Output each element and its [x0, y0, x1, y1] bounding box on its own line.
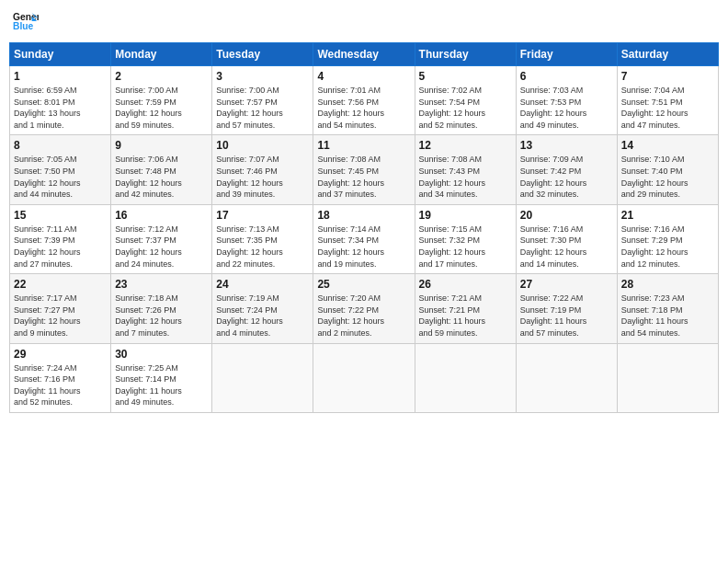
- day-number: 12: [419, 139, 512, 152]
- day-info: Sunrise: 7:17 AM Sunset: 7:27 PM Dayligh…: [14, 293, 107, 339]
- day-number: 17: [216, 209, 309, 222]
- day-info: Sunrise: 7:02 AM Sunset: 7:54 PM Dayligh…: [419, 85, 512, 131]
- day-cell: 18Sunrise: 7:14 AM Sunset: 7:34 PM Dayli…: [313, 204, 415, 273]
- day-info: Sunrise: 7:16 AM Sunset: 7:29 PM Dayligh…: [621, 224, 714, 270]
- day-info: Sunrise: 7:00 AM Sunset: 7:57 PM Dayligh…: [216, 85, 309, 131]
- day-info: Sunrise: 7:00 AM Sunset: 7:59 PM Dayligh…: [115, 85, 208, 131]
- day-number: 5: [419, 70, 512, 83]
- day-cell: 6Sunrise: 7:03 AM Sunset: 7:53 PM Daylig…: [516, 66, 617, 135]
- header-day-tuesday: Tuesday: [212, 43, 313, 66]
- day-info: Sunrise: 7:05 AM Sunset: 7:50 PM Dayligh…: [14, 154, 107, 200]
- day-cell: 27Sunrise: 7:22 AM Sunset: 7:19 PM Dayli…: [516, 274, 617, 343]
- day-number: 10: [216, 139, 309, 152]
- day-number: 11: [317, 139, 410, 152]
- day-info: Sunrise: 7:08 AM Sunset: 7:43 PM Dayligh…: [419, 154, 512, 200]
- logo: General Blue: [13, 9, 39, 35]
- day-cell: 25Sunrise: 7:20 AM Sunset: 7:22 PM Dayli…: [313, 274, 415, 343]
- day-number: 1: [14, 70, 107, 83]
- day-info: Sunrise: 7:16 AM Sunset: 7:30 PM Dayligh…: [520, 224, 613, 270]
- day-cell: 29Sunrise: 7:24 AM Sunset: 7:16 PM Dayli…: [10, 343, 111, 412]
- day-number: 30: [115, 348, 208, 361]
- week-row-2: 8Sunrise: 7:05 AM Sunset: 7:50 PM Daylig…: [10, 135, 719, 204]
- day-info: Sunrise: 6:59 AM Sunset: 8:01 PM Dayligh…: [14, 85, 107, 131]
- day-cell: [617, 343, 718, 412]
- day-number: 20: [520, 209, 613, 222]
- header-row: SundayMondayTuesdayWednesdayThursdayFrid…: [10, 43, 719, 66]
- day-info: Sunrise: 7:11 AM Sunset: 7:39 PM Dayligh…: [14, 224, 107, 270]
- day-number: 2: [115, 70, 208, 83]
- day-info: Sunrise: 7:01 AM Sunset: 7:56 PM Dayligh…: [317, 85, 410, 131]
- day-info: Sunrise: 7:06 AM Sunset: 7:48 PM Dayligh…: [115, 154, 208, 200]
- week-row-4: 22Sunrise: 7:17 AM Sunset: 7:27 PM Dayli…: [10, 274, 719, 343]
- day-number: 26: [419, 278, 512, 291]
- day-info: Sunrise: 7:07 AM Sunset: 7:46 PM Dayligh…: [216, 154, 309, 200]
- day-number: 15: [14, 209, 107, 222]
- day-info: Sunrise: 7:13 AM Sunset: 7:35 PM Dayligh…: [216, 224, 309, 270]
- day-info: Sunrise: 7:25 AM Sunset: 7:14 PM Dayligh…: [115, 362, 208, 408]
- svg-text:Blue: Blue: [13, 21, 34, 31]
- day-info: Sunrise: 7:03 AM Sunset: 7:53 PM Dayligh…: [520, 85, 613, 131]
- day-cell: 23Sunrise: 7:18 AM Sunset: 7:26 PM Dayli…: [111, 274, 212, 343]
- day-number: 21: [621, 209, 714, 222]
- day-number: 22: [14, 278, 107, 291]
- day-number: 19: [419, 209, 512, 222]
- day-cell: 26Sunrise: 7:21 AM Sunset: 7:21 PM Dayli…: [415, 274, 516, 343]
- header-day-friday: Friday: [516, 43, 617, 66]
- header-day-wednesday: Wednesday: [313, 43, 415, 66]
- day-info: Sunrise: 7:18 AM Sunset: 7:26 PM Dayligh…: [115, 293, 208, 339]
- day-info: Sunrise: 7:12 AM Sunset: 7:37 PM Dayligh…: [115, 224, 208, 270]
- day-cell: 14Sunrise: 7:10 AM Sunset: 7:40 PM Dayli…: [617, 135, 718, 204]
- week-row-3: 15Sunrise: 7:11 AM Sunset: 7:39 PM Dayli…: [10, 204, 719, 273]
- day-cell: 3Sunrise: 7:00 AM Sunset: 7:57 PM Daylig…: [212, 66, 313, 135]
- day-cell: 20Sunrise: 7:16 AM Sunset: 7:30 PM Dayli…: [516, 204, 617, 273]
- day-info: Sunrise: 7:20 AM Sunset: 7:22 PM Dayligh…: [317, 293, 410, 339]
- day-cell: 15Sunrise: 7:11 AM Sunset: 7:39 PM Dayli…: [10, 204, 111, 273]
- day-number: 4: [317, 70, 410, 83]
- day-cell: 4Sunrise: 7:01 AM Sunset: 7:56 PM Daylig…: [313, 66, 415, 135]
- day-cell: 21Sunrise: 7:16 AM Sunset: 7:29 PM Dayli…: [617, 204, 718, 273]
- day-cell: 17Sunrise: 7:13 AM Sunset: 7:35 PM Dayli…: [212, 204, 313, 273]
- day-info: Sunrise: 7:14 AM Sunset: 7:34 PM Dayligh…: [317, 224, 410, 270]
- day-number: 3: [216, 70, 309, 83]
- day-cell: 10Sunrise: 7:07 AM Sunset: 7:46 PM Dayli…: [212, 135, 313, 204]
- page-header: General Blue: [9, 9, 719, 35]
- calendar-table: SundayMondayTuesdayWednesdayThursdayFrid…: [9, 42, 719, 413]
- day-info: Sunrise: 7:10 AM Sunset: 7:40 PM Dayligh…: [621, 154, 714, 200]
- week-row-5: 29Sunrise: 7:24 AM Sunset: 7:16 PM Dayli…: [10, 343, 719, 412]
- day-info: Sunrise: 7:24 AM Sunset: 7:16 PM Dayligh…: [14, 362, 107, 408]
- day-number: 27: [520, 278, 613, 291]
- day-number: 13: [520, 139, 613, 152]
- day-info: Sunrise: 7:21 AM Sunset: 7:21 PM Dayligh…: [419, 293, 512, 339]
- day-cell: 22Sunrise: 7:17 AM Sunset: 7:27 PM Dayli…: [10, 274, 111, 343]
- day-number: 7: [621, 70, 714, 83]
- day-number: 24: [216, 278, 309, 291]
- day-cell: 13Sunrise: 7:09 AM Sunset: 7:42 PM Dayli…: [516, 135, 617, 204]
- day-cell: 5Sunrise: 7:02 AM Sunset: 7:54 PM Daylig…: [415, 66, 516, 135]
- day-info: Sunrise: 7:08 AM Sunset: 7:45 PM Dayligh…: [317, 154, 410, 200]
- day-cell: [313, 343, 415, 412]
- day-number: 25: [317, 278, 410, 291]
- header-day-saturday: Saturday: [617, 43, 718, 66]
- day-number: 6: [520, 70, 613, 83]
- day-number: 29: [14, 348, 107, 361]
- day-cell: [516, 343, 617, 412]
- day-cell: 2Sunrise: 7:00 AM Sunset: 7:59 PM Daylig…: [111, 66, 212, 135]
- day-info: Sunrise: 7:09 AM Sunset: 7:42 PM Dayligh…: [520, 154, 613, 200]
- day-cell: 19Sunrise: 7:15 AM Sunset: 7:32 PM Dayli…: [415, 204, 516, 273]
- day-number: 9: [115, 139, 208, 152]
- day-cell: 24Sunrise: 7:19 AM Sunset: 7:24 PM Dayli…: [212, 274, 313, 343]
- day-number: 28: [621, 278, 714, 291]
- day-cell: [212, 343, 313, 412]
- header-day-thursday: Thursday: [415, 43, 516, 66]
- day-number: 16: [115, 209, 208, 222]
- day-cell: 16Sunrise: 7:12 AM Sunset: 7:37 PM Dayli…: [111, 204, 212, 273]
- day-cell: [415, 343, 516, 412]
- day-info: Sunrise: 7:04 AM Sunset: 7:51 PM Dayligh…: [621, 85, 714, 131]
- header-day-monday: Monday: [111, 43, 212, 66]
- day-info: Sunrise: 7:19 AM Sunset: 7:24 PM Dayligh…: [216, 293, 309, 339]
- day-cell: 7Sunrise: 7:04 AM Sunset: 7:51 PM Daylig…: [617, 66, 718, 135]
- day-info: Sunrise: 7:15 AM Sunset: 7:32 PM Dayligh…: [419, 224, 512, 270]
- day-cell: 12Sunrise: 7:08 AM Sunset: 7:43 PM Dayli…: [415, 135, 516, 204]
- day-info: Sunrise: 7:22 AM Sunset: 7:19 PM Dayligh…: [520, 293, 613, 339]
- day-number: 18: [317, 209, 410, 222]
